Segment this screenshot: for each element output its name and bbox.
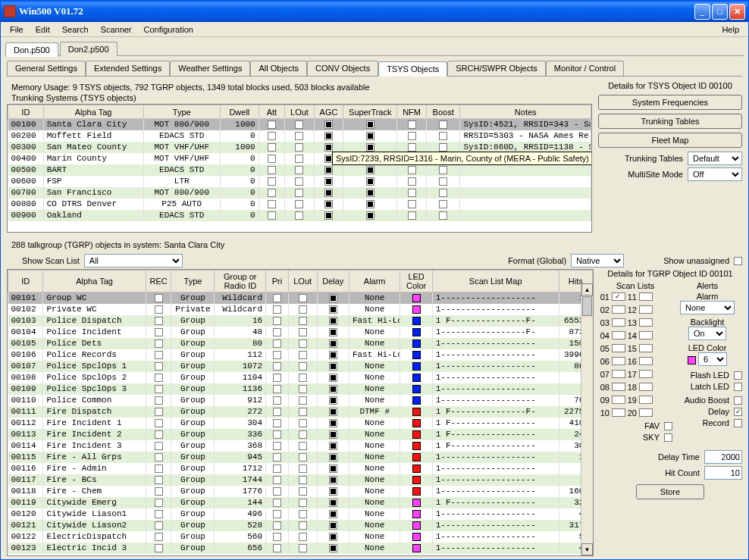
store-button[interactable]: Store	[636, 484, 704, 499]
checkbox[interactable]	[408, 120, 416, 129]
tgrp-row[interactable]: 00105Police DetsGroup80None1------------…	[8, 338, 593, 349]
checkbox[interactable]	[439, 211, 447, 220]
tgrp-col-header[interactable]: ID	[8, 271, 43, 293]
checkbox[interactable]	[295, 132, 303, 140]
tsys-row[interactable]: 00800CO DTRS DenverP25 AUTO0	[8, 199, 591, 210]
scanlist-10-checkbox[interactable]	[612, 408, 625, 417]
checkbox[interactable]	[299, 533, 307, 541]
checkbox[interactable]	[366, 166, 374, 174]
checkbox[interactable]	[295, 200, 303, 208]
checkbox[interactable]	[408, 177, 416, 186]
checkbox[interactable]	[299, 317, 307, 325]
tsys-grid[interactable]: IDAlpha TagTypeDwellAttLOutAGCSuperTrack…	[7, 104, 592, 233]
checkbox[interactable]	[295, 166, 303, 174]
checkbox[interactable]	[366, 132, 374, 140]
checkbox[interactable]	[329, 430, 337, 439]
checkbox[interactable]	[268, 166, 276, 174]
scanlist-9-checkbox[interactable]	[612, 396, 625, 404]
checkbox[interactable]	[295, 155, 303, 163]
delaytime-input[interactable]	[704, 450, 742, 464]
checkbox[interactable]	[439, 120, 447, 129]
checkbox[interactable]	[329, 362, 337, 371]
tgrp-row[interactable]: 00114Fire Incident 3Group368None1 F-----…	[8, 440, 593, 452]
checkbox[interactable]	[155, 521, 163, 530]
tgrp-row[interactable]: 00110Police CommonGroup912None1---------…	[8, 395, 593, 406]
checkbox[interactable]	[273, 317, 281, 325]
checkbox[interactable]	[329, 499, 337, 507]
scroll-up-icon[interactable]: ▲	[581, 283, 593, 296]
menu-file[interactable]: File	[4, 23, 30, 36]
checkbox[interactable]	[273, 374, 281, 382]
tsys-col-header[interactable]: Type	[143, 105, 220, 119]
checkbox[interactable]	[295, 211, 303, 220]
checkbox[interactable]	[324, 166, 333, 174]
scanlist-16-checkbox[interactable]	[639, 357, 653, 365]
menu-scanner[interactable]: Scanner	[95, 23, 138, 36]
tab-monitor[interactable]: Monitor / Control	[546, 61, 624, 76]
tgrp-row[interactable]: 00115Fire - All GrpsGroup945None1-------…	[8, 452, 593, 463]
checkbox[interactable]	[155, 465, 163, 473]
checkbox[interactable]	[299, 385, 307, 393]
scanlist-4-checkbox[interactable]	[612, 331, 625, 339]
tgrp-row[interactable]: 00120Citywide Liason1Group496None1------…	[8, 508, 593, 520]
checkbox[interactable]	[155, 419, 163, 427]
checkbox[interactable]	[299, 362, 307, 371]
checkbox[interactable]	[299, 305, 307, 314]
checkbox[interactable]	[329, 396, 337, 405]
checkbox[interactable]	[299, 521, 307, 530]
checkbox[interactable]	[273, 442, 281, 450]
tab-srch[interactable]: SRCH/SWPR Objects	[447, 61, 546, 76]
show-unassigned-checkbox[interactable]	[734, 257, 742, 265]
ledcolor-select[interactable]: 6	[698, 352, 727, 366]
checkbox[interactable]	[329, 408, 337, 416]
tgrp-row[interactable]: 00111Fire DispatchGroup272DTMF #1 F-----…	[8, 406, 593, 418]
filetab-don[interactable]: Don.p500	[5, 42, 58, 57]
checkbox[interactable]	[324, 120, 333, 129]
checkbox[interactable]	[299, 374, 307, 382]
delay-checkbox[interactable]	[734, 408, 742, 416]
fav-checkbox[interactable]	[664, 422, 672, 430]
tgrp-row[interactable]: 00108Police SpclOps 2Group1104None1-----…	[8, 372, 593, 383]
checkbox[interactable]	[299, 465, 307, 473]
tsys-col-header[interactable]: LOut	[285, 105, 315, 119]
tsys-col-header[interactable]: Notes	[460, 105, 591, 119]
checkbox[interactable]	[299, 339, 307, 348]
checkbox[interactable]	[273, 385, 281, 393]
scanlist-17-checkbox[interactable]	[639, 370, 653, 378]
checkbox[interactable]	[155, 510, 163, 518]
checkbox[interactable]	[268, 155, 276, 163]
multisite-select[interactable]: Off	[688, 167, 742, 181]
tsys-col-header[interactable]: Alpha Tag	[43, 105, 143, 119]
tgrp-row[interactable]: 00107Police SpclOps 1Group1072None1-----…	[8, 361, 593, 372]
checkbox[interactable]	[155, 408, 163, 416]
checkbox[interactable]	[408, 211, 416, 220]
checkbox[interactable]	[299, 328, 307, 336]
audioboost-checkbox[interactable]	[734, 396, 742, 405]
checkbox[interactable]	[268, 200, 276, 208]
checkbox[interactable]	[329, 317, 337, 325]
tsys-row[interactable]: 00600FSPLTR0	[8, 176, 591, 187]
tgrp-col-header[interactable]: LOut	[288, 271, 317, 293]
checkbox[interactable]	[268, 177, 276, 186]
checkbox[interactable]	[329, 294, 337, 302]
tgrp-vscrollbar[interactable]: ▲ ▼	[581, 283, 593, 555]
checkbox[interactable]	[439, 189, 447, 197]
checkbox[interactable]	[273, 544, 281, 552]
checkbox[interactable]	[155, 453, 163, 461]
checkbox[interactable]	[273, 419, 281, 427]
fleet-map-button[interactable]: Fleet Map	[598, 133, 742, 148]
tab-extended[interactable]: Extended Settings	[86, 61, 170, 76]
checkbox[interactable]	[155, 442, 163, 450]
checkbox[interactable]	[408, 189, 416, 197]
tgrp-row[interactable]: 00123Electric Incid 3Group656None1------…	[8, 543, 593, 554]
show-scanlist-select[interactable]: All	[84, 254, 183, 267]
tab-weather[interactable]: Weather Settings	[170, 61, 250, 76]
trunking-tables-button[interactable]: Trunking Tables	[598, 114, 742, 129]
checkbox[interactable]	[273, 362, 281, 371]
checkbox[interactable]	[299, 419, 307, 427]
tsys-col-header[interactable]: AGC	[314, 105, 343, 119]
menu-configuration[interactable]: Configuration	[138, 23, 199, 36]
scanlist-11-checkbox[interactable]	[639, 293, 653, 301]
checkbox[interactable]	[366, 177, 374, 186]
checkbox[interactable]	[299, 510, 307, 518]
